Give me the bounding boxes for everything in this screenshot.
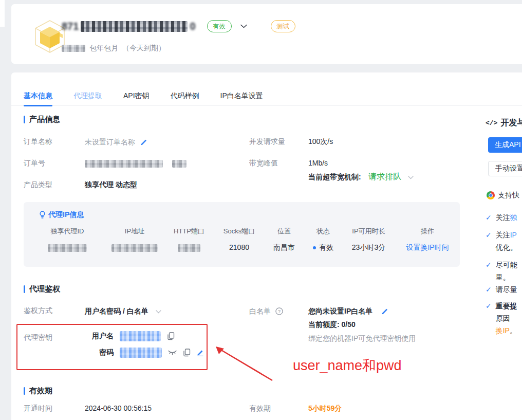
col-location: 位置 xyxy=(264,227,305,236)
over-bandwidth-chevron-down-icon[interactable] xyxy=(408,176,414,179)
order-no-label: 订单号 xyxy=(24,159,45,168)
col-ip: IP地址 xyxy=(106,227,163,236)
section-proxy-auth: 代理鉴权 xyxy=(24,284,60,294)
over-bandwidth-label: 当前超带宽机制: xyxy=(308,173,361,181)
proxy-table-row: 21080 南昌市 有效 23小时3分 设置换IP时间 xyxy=(29,243,459,252)
validity-period-label: 有效期 xyxy=(249,404,271,413)
col-status: 状态 xyxy=(305,227,342,236)
help-circle-icon[interactable]: ? xyxy=(275,307,283,315)
tip-item: ✓ 关注IP 优化。 xyxy=(486,229,517,253)
col-proxy-id: 独享代理ID xyxy=(29,227,106,236)
tab-basic-info[interactable]: 基本信息 xyxy=(24,86,52,106)
annotation-label: user_name和pwd xyxy=(293,356,402,375)
test-badge: 测试 xyxy=(271,20,295,32)
order-subtitle: 包年包月 （今天到期） xyxy=(62,44,165,53)
section-validity: 有效期 xyxy=(24,386,52,396)
masked-ip-address xyxy=(106,243,163,252)
col-available-time: IP可用时长 xyxy=(342,227,396,236)
order-name-value: 未设置订单名称 xyxy=(85,138,135,146)
password-label: 密码 xyxy=(85,348,114,357)
auth-method-value: 用户名密码 / 白名单 xyxy=(85,307,148,315)
whitelist-label: 白名单 xyxy=(249,307,271,315)
edit-whitelist-icon[interactable] xyxy=(381,307,388,315)
order-title: 871 0 有效 测试 xyxy=(62,20,295,32)
edit-password-icon[interactable] xyxy=(197,349,204,356)
tip-item: ✓ 尽可能里。 xyxy=(486,259,517,283)
order-detail-card: 基本信息 代理提取 API密钥 代码样例 IP白名单设置 产品信息 订单名称 未… xyxy=(11,72,522,420)
tip-item: ✓ 重要提 原因 换IP。 xyxy=(486,300,517,337)
tab-code-samples[interactable]: 代码样例 xyxy=(171,86,199,106)
tab-ip-whitelist[interactable]: IP白名单设置 xyxy=(220,86,263,106)
username-label: 用户名 xyxy=(85,332,114,341)
status-chevron-down-icon[interactable] xyxy=(240,24,247,28)
edit-order-name-icon[interactable] xyxy=(140,138,147,145)
tip-item: ✓ 请尽量 xyxy=(486,283,517,296)
order-title-suffix: 0 xyxy=(190,21,195,32)
section-product-info: 产品信息 xyxy=(24,115,60,124)
annotation-arrow xyxy=(212,342,278,386)
col-http-port: HTTP端口 xyxy=(163,227,215,236)
over-bandwidth-policy-link[interactable]: 请求排队 xyxy=(368,172,401,181)
check-icon: ✓ xyxy=(486,283,492,296)
copy-password-icon[interactable] xyxy=(183,349,191,357)
bandwidth-value: 1Mb/s xyxy=(308,159,328,167)
auth-method-chevron-down-icon[interactable] xyxy=(156,310,161,314)
dev-sidebar-title: </> 开发与 xyxy=(486,118,522,129)
proxy-key-label: 代理密钥 xyxy=(24,333,52,342)
masked-order-title xyxy=(81,21,188,32)
copy-username-icon[interactable] xyxy=(167,332,175,340)
whitelist-quota: 当前额度: 0/50 xyxy=(308,320,356,330)
status-badge: 有效 xyxy=(207,20,232,32)
generate-api-button[interactable]: 生成API xyxy=(488,137,522,153)
start-time-value: 2024-06-30 00:56:15 xyxy=(85,404,152,412)
masked-username-value xyxy=(120,331,161,341)
masked-order-no xyxy=(85,159,187,168)
chrome-support-line: 支持快 xyxy=(487,191,519,200)
proxy-table-header: 独享代理ID IP地址 HTTP端口 Socks端口 位置 状态 IP可用时长 … xyxy=(29,227,459,236)
check-icon: ✓ xyxy=(486,259,492,283)
username-row: 用户名 xyxy=(85,331,175,341)
masked-order-type xyxy=(62,45,85,52)
order-header-card: 871 0 有效 测试 包年包月 （今天到期） xyxy=(11,4,522,64)
whitelist-value-wrap: 您尚未设置IP白名单 xyxy=(308,306,388,316)
check-icon: ✓ xyxy=(486,300,492,337)
eye-closed-icon[interactable] xyxy=(168,350,177,356)
manual-setup-button[interactable]: 手动设置 xyxy=(488,161,522,176)
page: 871 0 有效 测试 包年包月 （今天到期） 基本信息 代理提取 API密钥 … xyxy=(0,0,522,420)
proxy-ip-info-title: 代理IP信息 xyxy=(39,210,84,220)
masked-password-value xyxy=(120,348,162,358)
masked-proxy-id xyxy=(29,243,106,252)
location-value: 南昌市 xyxy=(264,243,305,252)
section-title: 代理鉴权 xyxy=(29,284,60,294)
background-sliver xyxy=(0,0,5,27)
order-name-value-wrap: 未设置订单名称 xyxy=(85,137,147,147)
status-cell: 有效 xyxy=(305,243,342,252)
set-ip-rotation-link[interactable]: 设置换IP时间 xyxy=(406,243,449,251)
tab-api-key[interactable]: API密钥 xyxy=(123,86,150,106)
status-dot-icon xyxy=(313,246,316,249)
concurrency-label: 并发请求量 xyxy=(249,137,285,147)
section-title: 产品信息 xyxy=(29,115,60,124)
chrome-icon xyxy=(487,191,495,199)
section-title: 有效期 xyxy=(29,386,52,396)
validity-period-value: 5小时59分 xyxy=(308,404,342,413)
expiry-note: （今天到期） xyxy=(122,44,165,53)
section-bar xyxy=(24,116,25,123)
tip-item: ✓ 关注独 xyxy=(486,211,517,224)
available-time-value: 23小时3分 xyxy=(342,243,396,252)
product-type-label: 产品类型 xyxy=(24,180,52,190)
billing-type: 包年包月 xyxy=(89,44,118,53)
auth-method-label: 鉴权方式 xyxy=(24,306,52,316)
over-bandwidth-row: 当前超带宽机制: 请求排队 xyxy=(308,172,414,182)
auth-method-value-wrap[interactable]: 用户名密码 / 白名单 xyxy=(85,306,161,316)
bulb-icon xyxy=(39,211,46,219)
svg-text:?: ? xyxy=(278,309,281,314)
tab-proxy-extract[interactable]: 代理提取 xyxy=(73,86,102,106)
product-type-value: 独享代理 动态型 xyxy=(85,180,137,190)
check-icon: ✓ xyxy=(486,229,492,253)
whitelist-hint: 绑定您的机器IP可免代理密钥使用 xyxy=(308,334,416,343)
bandwidth-label: 带宽峰值 xyxy=(249,159,278,168)
whitelist-label-wrap: 白名单 ? xyxy=(249,306,283,316)
check-icon: ✓ xyxy=(486,211,492,224)
section-bar xyxy=(24,387,25,395)
